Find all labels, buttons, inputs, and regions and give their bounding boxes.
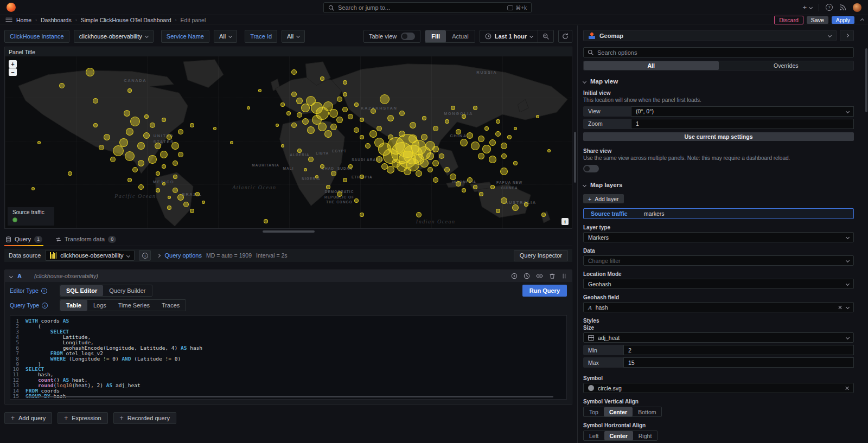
- collapse-query-icon[interactable]: [9, 274, 13, 278]
- info-icon: i: [142, 253, 148, 259]
- refresh-button[interactable]: [558, 30, 572, 43]
- expression-button[interactable]: +Expression: [58, 412, 107, 424]
- trace-id-select[interactable]: All: [282, 30, 305, 43]
- add-button[interactable]: +: [802, 3, 812, 11]
- help-icon[interactable]: ?: [826, 4, 833, 11]
- tab-overrides[interactable]: Overrides: [719, 61, 854, 70]
- breadcrumb-dashboards[interactable]: Dashboards: [41, 17, 72, 23]
- zoom-label: Zoom: [583, 119, 631, 129]
- data-label: Data: [583, 248, 854, 254]
- panel-title[interactable]: Panel Title: [5, 47, 572, 56]
- apply-button[interactable]: Apply: [832, 16, 854, 24]
- menu-icon[interactable]: [5, 16, 12, 23]
- clear-icon[interactable]: [838, 305, 842, 309]
- trash-icon[interactable]: [549, 273, 556, 279]
- valign-center-option[interactable]: Center: [604, 407, 633, 416]
- query-builder-option[interactable]: Query Builder: [103, 285, 151, 296]
- layer-item-source-traffic[interactable]: Source traffic markers: [583, 208, 854, 219]
- tab-transform-data[interactable]: Transform data 0: [54, 233, 117, 246]
- map-attribution-button[interactable]: i: [561, 218, 569, 225]
- left-pane-scrollbar[interactable]: [574, 132, 576, 183]
- editor-horizontal-scrollbar[interactable]: [25, 396, 553, 397]
- user-avatar[interactable]: [853, 3, 861, 12]
- map-layers-section-header[interactable]: Map layers: [583, 182, 854, 188]
- datasource-select[interactable]: clickhouse-observability: [45, 250, 135, 261]
- tab-query[interactable]: Query 1: [4, 233, 43, 246]
- geomap-canvas[interactable]: RUSSIACANADAUNITED STATESMEXICOBRAZILKAZ…: [5, 56, 572, 228]
- use-current-map-settings-button[interactable]: Use current map settings: [583, 132, 854, 141]
- options-search-input[interactable]: Search options: [583, 47, 854, 57]
- fill-option[interactable]: Fill: [425, 30, 446, 42]
- map-zoom-in-button[interactable]: +: [9, 60, 17, 68]
- eye-icon[interactable]: [536, 273, 543, 279]
- view-select[interactable]: (0°, 0°): [631, 106, 854, 117]
- breadcrumb-home[interactable]: Home: [16, 17, 31, 23]
- duplicate-icon[interactable]: [511, 273, 518, 279]
- top-bar: Search or jump to... ⌘+k + ?: [0, 0, 868, 15]
- history-icon[interactable]: [524, 273, 530, 279]
- discard-button[interactable]: Discard: [774, 16, 803, 24]
- drag-handle-icon[interactable]: [561, 273, 567, 279]
- global-search-input[interactable]: Search or jump to... ⌘+k: [323, 2, 532, 13]
- query-inspector-button[interactable]: Query Inspector: [514, 250, 568, 261]
- map-marker: [127, 88, 132, 93]
- query-options-chevron[interactable]: [157, 253, 161, 257]
- add-layer-button[interactable]: +Add layer: [583, 194, 624, 203]
- halign-left-option[interactable]: Left: [584, 431, 604, 440]
- actual-option[interactable]: Actual: [446, 30, 475, 42]
- panel-type-select[interactable]: Geomap: [583, 30, 837, 41]
- clear-icon[interactable]: [845, 386, 849, 390]
- recorded-query-button[interactable]: +Recorded query: [113, 412, 176, 424]
- map-marker: [479, 192, 483, 196]
- time-series-option[interactable]: Time Series: [112, 300, 156, 311]
- refresh-icon: [562, 33, 569, 40]
- map-marker: [360, 135, 364, 139]
- panel-resize-handle[interactable]: [263, 230, 315, 233]
- halign-right-option[interactable]: Right: [633, 431, 658, 440]
- geohash-field-select[interactable]: Ahash: [583, 302, 854, 312]
- halign-center-option[interactable]: Center: [604, 431, 633, 440]
- sql-code-editor[interactable]: 1WITH coords AS2 (3 SELECT4 Latitude,5 L…: [10, 315, 567, 400]
- max-input[interactable]: 15: [623, 357, 854, 368]
- logs-option[interactable]: Logs: [87, 300, 112, 311]
- query-options-link[interactable]: Query options: [164, 252, 201, 259]
- zoom-input[interactable]: 1: [631, 119, 854, 129]
- map-zoom-out-button[interactable]: –: [9, 68, 17, 76]
- min-input[interactable]: 2: [623, 345, 854, 355]
- table-option[interactable]: Table: [60, 300, 87, 311]
- initial-view-description: This location will show when the panel f…: [583, 97, 854, 104]
- zoom-out-time-button[interactable]: [538, 30, 553, 42]
- map-marker: [177, 194, 184, 201]
- toggle-switch[interactable]: [401, 33, 415, 40]
- breadcrumb-dashboard-name[interactable]: Simple ClickHouse OTel Dashboard: [81, 17, 171, 23]
- valign-bottom-option[interactable]: Bottom: [633, 407, 661, 416]
- service-name-select[interactable]: All: [214, 30, 237, 43]
- time-range-picker[interactable]: Last 1 hour: [480, 30, 538, 42]
- map-marker: [462, 114, 466, 119]
- valign-top-option[interactable]: Top: [584, 407, 604, 416]
- tab-all[interactable]: All: [584, 61, 719, 70]
- map-view-section-header[interactable]: Map view: [583, 78, 854, 85]
- layer-type-select[interactable]: Markers: [583, 232, 854, 242]
- save-button[interactable]: Save: [807, 16, 828, 24]
- map-marker: [297, 112, 302, 118]
- collapse-options-button[interactable]: [840, 30, 854, 41]
- datasource-help-button[interactable]: i: [139, 250, 151, 261]
- data-filter-select[interactable]: Change filter: [583, 255, 854, 266]
- symbol-select[interactable]: circle.svg: [583, 383, 854, 393]
- table-view-toggle[interactable]: Table view: [363, 30, 420, 43]
- traces-option[interactable]: Traces: [156, 300, 186, 311]
- grafana-logo-icon[interactable]: [7, 3, 16, 12]
- news-icon[interactable]: [839, 4, 846, 11]
- location-mode-select[interactable]: Geohash: [583, 279, 854, 289]
- collapse-header-icon[interactable]: [860, 18, 864, 22]
- sidebar-scrollbar[interactable]: [865, 48, 867, 112]
- run-query-button[interactable]: Run Query: [522, 285, 567, 297]
- sql-editor-option[interactable]: SQL Editor: [60, 285, 103, 296]
- query-row-header[interactable]: A (clickhouse-observability): [5, 270, 572, 282]
- share-view-toggle[interactable]: [583, 165, 599, 172]
- size-field-select[interactable]: adj_heat: [583, 332, 854, 343]
- map-marker: [433, 126, 438, 131]
- clickhouse-instance-select[interactable]: clickhouse-observability: [74, 30, 154, 43]
- add-query-button[interactable]: +Add query: [4, 412, 52, 424]
